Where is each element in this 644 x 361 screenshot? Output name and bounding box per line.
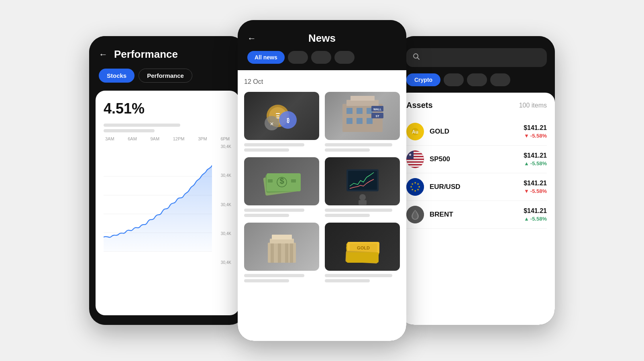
news-line-3b (244, 214, 289, 217)
svg-rect-61 (406, 160, 424, 161)
svg-text:WALL: WALL (373, 108, 382, 111)
news-grid-3: GOLD (244, 223, 400, 282)
news-item-4[interactable] (325, 157, 400, 217)
time-3am: 3AM (105, 136, 114, 141)
news-content[interactable]: 12 Oct Ξ ₿ ✕ (238, 70, 406, 341)
crypto-tab-3[interactable] (467, 73, 487, 86)
news-img-5 (244, 223, 319, 271)
chart-svg-container (104, 144, 212, 265)
news-item-5[interactable] (244, 223, 319, 282)
news-text-5 (244, 274, 319, 282)
brent-name: BRENT (430, 211, 518, 219)
news-header: ← News (238, 20, 406, 51)
news-line-3a (244, 209, 304, 212)
svg-line-51 (418, 58, 420, 60)
y-label-4: 30,4K (215, 231, 231, 236)
svg-text:★: ★ (417, 188, 419, 191)
brent-arrow: ▲ (524, 216, 529, 222)
svg-point-34 (359, 194, 366, 201)
eurusd-arrow: ▼ (524, 188, 529, 194)
news-text-4 (325, 209, 400, 217)
asset-row-brent[interactable]: BRENT $141.21 ▲ -5.58% (406, 201, 547, 229)
perf-card: 4.51% 3AM 6AM 9AM 12PM 3PM 6PM (96, 91, 239, 315)
news-img-1: Ξ ₿ ✕ (244, 92, 319, 140)
eurusd-change-val: -5.58% (530, 188, 547, 194)
brent-change: ▲ -5.58% (524, 216, 547, 222)
gold-price: $141.21 (524, 124, 547, 132)
time-9am: 9AM (151, 136, 160, 141)
news-tab-4[interactable] (334, 51, 355, 64)
news-item-1[interactable]: Ξ ₿ ✕ (244, 92, 319, 152)
news-date: 12 Oct (244, 78, 400, 85)
sp500-icon: ★ (406, 150, 424, 168)
news-item-3[interactable]: $ (244, 157, 319, 217)
back-button[interactable]: ← (99, 49, 108, 60)
gold-icon: Au (406, 123, 424, 140)
time-labels: 3AM 6AM 9AM 12PM 3PM 6PM (104, 136, 231, 141)
center-phone: ← News All news 12 Oct Ξ (238, 20, 406, 341)
news-text-6 (325, 274, 400, 282)
chart-svg (104, 144, 212, 265)
news-tab-2[interactable] (288, 51, 308, 64)
crypto-tab-4[interactable] (490, 73, 510, 86)
gold-change: ▼ -5.58% (524, 133, 547, 139)
left-phone: ← Performance Stocks Performance 4.51% 3… (89, 36, 246, 325)
news-text-3 (244, 209, 319, 217)
sp500-price-wrap: $141.21 ▲ -5.58% (524, 152, 547, 166)
svg-point-66 (406, 178, 424, 196)
news-item-6[interactable]: GOLD (325, 223, 400, 282)
assets-count: 100 items (519, 102, 547, 109)
assets-title: Assets (406, 101, 433, 110)
crypto-tab-2[interactable] (444, 73, 464, 86)
svg-text:ST: ST (375, 115, 379, 118)
asset-row-gold[interactable]: Au GOLD $141.21 ▼ -5.58% (406, 118, 547, 146)
eurusd-name: EUR/USD (430, 183, 518, 191)
svg-rect-30 (268, 179, 273, 183)
svg-rect-31 (291, 179, 296, 183)
svg-text:★: ★ (408, 152, 412, 157)
svg-rect-18 (346, 118, 353, 124)
svg-rect-14 (351, 96, 375, 101)
sp500-change-val: -5.58% (530, 160, 547, 166)
svg-text:✕: ✕ (270, 121, 274, 127)
news-text-1 (244, 143, 319, 152)
time-12pm: 12PM (173, 136, 185, 141)
svg-text:GOLD: GOLD (357, 245, 370, 250)
svg-rect-63 (406, 165, 424, 166)
eurusd-icon: ★ ★ ★ ★ ★ ★ ★ ★ (406, 178, 424, 196)
y-labels: 30,4K 30,4K 30,4K 30,4K 30,4K (212, 144, 231, 265)
svg-rect-42 (290, 243, 293, 263)
news-back-button[interactable]: ← (247, 33, 256, 44)
news-img-3: $ (244, 157, 319, 205)
gold-name: GOLD (430, 128, 518, 136)
brent-price: $141.21 (524, 207, 547, 215)
brent-price-wrap: $141.21 ▲ -5.58% (524, 207, 547, 222)
news-img-2: WALL ST (325, 92, 400, 140)
asset-row-sp500[interactable]: ★ SP500 $141.21 ▲ -5.58% (406, 146, 547, 173)
all-news-tab[interactable]: All news (247, 51, 285, 64)
perf-tab-row: Stocks Performance (89, 69, 246, 91)
news-line-6a (325, 274, 392, 277)
performance-tab[interactable]: Performance (139, 69, 192, 83)
news-img-6: GOLD (325, 223, 400, 271)
crypto-tab[interactable]: Crypto (406, 73, 440, 86)
news-tabs: All news (238, 51, 406, 70)
gold-arrow: ▼ (524, 133, 529, 139)
asset-row-eurusd[interactable]: ★ ★ ★ ★ ★ ★ ★ ★ EUR/USD $141.21 ▼ (406, 173, 547, 201)
perf-percent: 4.51% (104, 100, 231, 117)
brent-change-val: -5.58% (530, 216, 547, 222)
news-line-1a (244, 143, 304, 146)
gold-change-val: -5.58% (530, 133, 547, 139)
stocks-tab[interactable]: Stocks (99, 69, 135, 83)
loading-bars (104, 124, 231, 132)
search-bar[interactable] (406, 48, 547, 67)
svg-text:★: ★ (418, 185, 420, 188)
gold-price-wrap: $141.21 ▼ -5.58% (524, 124, 547, 139)
scene: ← Performance Stocks Performance 4.51% 3… (0, 0, 644, 361)
news-item-2[interactable]: WALL ST (325, 92, 400, 152)
chart-area: 30,4K 30,4K 30,4K 30,4K 30,4K (104, 144, 231, 265)
y-label-2: 30,4K (215, 173, 231, 178)
news-tab-3[interactable] (311, 51, 331, 64)
time-6pm: 6PM (220, 136, 230, 141)
right-phone: Crypto Assets 100 items Au (398, 36, 555, 325)
